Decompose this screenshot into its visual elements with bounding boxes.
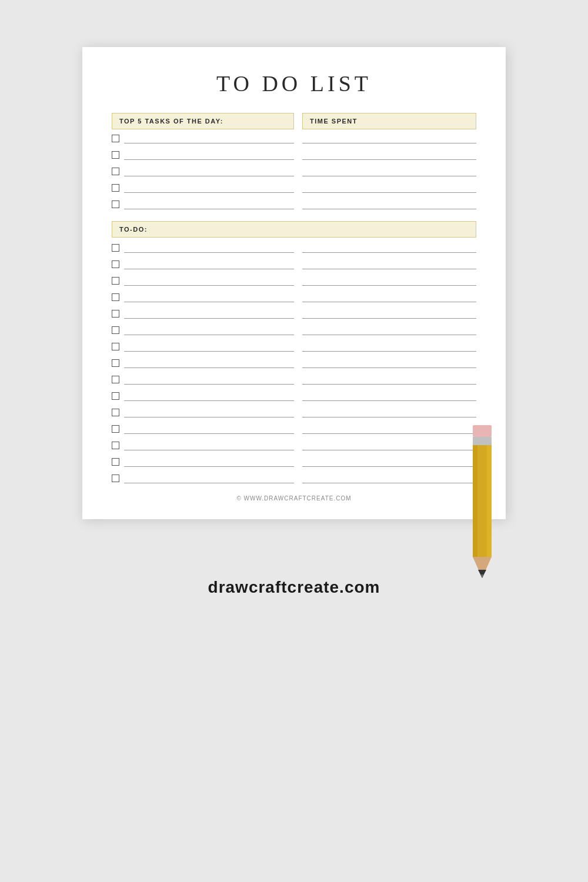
todo-input-line-7[interactable] — [124, 341, 294, 352]
task-right-3 — [302, 166, 476, 176]
task-left-3 — [112, 166, 294, 176]
task-left-2 — [112, 149, 294, 160]
todo-row — [112, 374, 476, 385]
todo-input-line-5[interactable] — [124, 308, 294, 319]
todo-checkbox-13[interactable] — [112, 442, 119, 449]
section-headers: TOP 5 TASKS OF THE DAY: TIME SPENT — [112, 113, 476, 129]
task-left-1 — [112, 133, 294, 143]
todo-left-12 — [112, 423, 294, 434]
time-input-line-1[interactable] — [302, 133, 476, 143]
todo-left-11 — [112, 407, 294, 417]
todo-checkbox-4[interactable] — [112, 293, 119, 301]
todo-row — [112, 456, 476, 467]
todo-checkbox-6[interactable] — [112, 326, 119, 334]
todo-time-line-3[interactable] — [302, 275, 476, 286]
svg-rect-0 — [473, 425, 492, 437]
task-left-4 — [112, 182, 294, 193]
checkbox-5[interactable] — [112, 201, 119, 208]
todo-left-4 — [112, 292, 294, 302]
time-input-line-4[interactable] — [302, 182, 476, 193]
task-input-line-3[interactable] — [124, 166, 294, 176]
todo-row — [112, 341, 476, 352]
todo-left-5 — [112, 308, 294, 319]
todo-time-line-4[interactable] — [302, 292, 476, 302]
todo-left-2 — [112, 259, 294, 269]
todo-left-1 — [112, 242, 294, 253]
todo-input-line-11[interactable] — [124, 407, 294, 417]
todo-time-line-6[interactable] — [302, 325, 476, 335]
todo-checkbox-14[interactable] — [112, 458, 119, 466]
todo-checkbox-12[interactable] — [112, 425, 119, 433]
task-right-5 — [302, 199, 476, 209]
todo-left-13 — [112, 440, 294, 450]
todo-checkbox-8[interactable] — [112, 359, 119, 367]
time-input-line-3[interactable] — [302, 166, 476, 176]
todo-time-line-2[interactable] — [302, 259, 476, 269]
todo-row — [112, 325, 476, 335]
todo-checkbox-2[interactable] — [112, 260, 119, 268]
task-right-4 — [302, 182, 476, 193]
svg-marker-7 — [480, 574, 484, 578]
todo-checkbox-11[interactable] — [112, 409, 119, 416]
todo-row — [112, 275, 476, 286]
todo-left-15 — [112, 473, 294, 483]
todo-left-10 — [112, 390, 294, 401]
todo-time-line-10[interactable] — [302, 390, 476, 401]
checkbox-3[interactable] — [112, 168, 119, 175]
todo-checkbox-7[interactable] — [112, 343, 119, 350]
todo-input-line-14[interactable] — [124, 456, 294, 467]
todo-row — [112, 358, 476, 368]
todo-input-line-8[interactable] — [124, 358, 294, 368]
todo-time-line-11[interactable] — [302, 407, 476, 417]
task-input-line-1[interactable] — [124, 133, 294, 143]
todo-input-line-15[interactable] — [124, 473, 294, 483]
todo-checkbox-1[interactable] — [112, 244, 119, 252]
checkbox-4[interactable] — [112, 184, 119, 192]
todo-input-line-3[interactable] — [124, 275, 294, 286]
checkbox-2[interactable] — [112, 151, 119, 159]
todo-input-line-12[interactable] — [124, 423, 294, 434]
site-url: drawcraftcreate.com — [208, 578, 380, 597]
todo-checkbox-9[interactable] — [112, 376, 119, 383]
todo-input-line-10[interactable] — [124, 390, 294, 401]
todo-header: TO-DO: — [112, 221, 476, 238]
todo-left-8 — [112, 358, 294, 368]
top5-section — [112, 133, 476, 209]
todo-time-line-7[interactable] — [302, 341, 476, 352]
todo-checkbox-5[interactable] — [112, 310, 119, 318]
todo-input-line-6[interactable] — [124, 325, 294, 335]
todo-input-line-1[interactable] — [124, 242, 294, 253]
todo-time-line-8[interactable] — [302, 358, 476, 368]
time-input-line-5[interactable] — [302, 199, 476, 209]
time-spent-header: TIME SPENT — [302, 113, 476, 129]
todo-input-line-2[interactable] — [124, 259, 294, 269]
top5-row — [112, 133, 476, 143]
task-right-2 — [302, 149, 476, 160]
todo-row — [112, 242, 476, 253]
todo-row — [112, 473, 476, 483]
task-input-line-2[interactable] — [124, 149, 294, 160]
todo-input-line-9[interactable] — [124, 374, 294, 385]
task-input-line-5[interactable] — [124, 199, 294, 209]
todo-section — [112, 242, 476, 483]
todo-row — [112, 440, 476, 450]
todo-left-9 — [112, 374, 294, 385]
todo-checkbox-10[interactable] — [112, 392, 119, 400]
todo-input-line-13[interactable] — [124, 440, 294, 450]
todo-time-line-1[interactable] — [302, 242, 476, 253]
todo-checkbox-15[interactable] — [112, 475, 119, 482]
top-tasks-header: TOP 5 TASKS OF THE DAY: — [112, 113, 294, 129]
task-right-1 — [302, 133, 476, 143]
svg-rect-1 — [473, 437, 492, 445]
todo-row — [112, 407, 476, 417]
todo-input-line-4[interactable] — [124, 292, 294, 302]
task-input-line-4[interactable] — [124, 182, 294, 193]
todo-time-line-5[interactable] — [302, 308, 476, 319]
todo-checkbox-3[interactable] — [112, 277, 119, 285]
time-input-line-2[interactable] — [302, 149, 476, 160]
todo-row — [112, 423, 476, 434]
top5-row — [112, 182, 476, 193]
page-title: TO DO LIST — [112, 71, 476, 96]
checkbox-1[interactable] — [112, 135, 119, 142]
todo-time-line-9[interactable] — [302, 374, 476, 385]
